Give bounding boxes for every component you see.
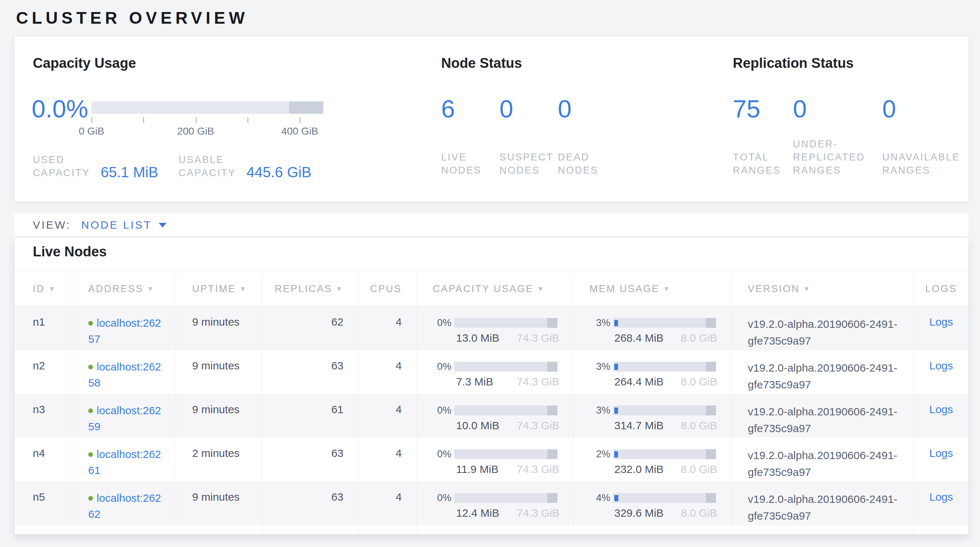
logs-link[interactable]: Logs [929,447,953,459]
under-replicated-ranges-count: 0 [793,95,882,122]
live-nodes-table: ID▼ADDRESS▼UPTIME▼REPLICAS▼CPUSCAPACITY … [14,272,968,534]
view-dropdown[interactable]: NODE LIST [81,219,166,231]
column-header-capacity-usage[interactable]: CAPACITY USAGE▼ [416,272,573,306]
node-replicas-cell: 61 [262,394,358,437]
node-cpus-cell: 4 [358,306,416,350]
memory-gauge-bar [613,318,716,328]
node-logs-cell: Logs [914,481,968,525]
gauge-percent-label: 2% [573,448,613,460]
column-header-address[interactable]: ADDRESS▼ [72,272,176,306]
node-version-cell: v19.2.0-alpha.20190606-2491-gfe735c9a97 [731,350,914,394]
node-address-cell: localhost:26258 [72,350,176,394]
table-row-n5: n5localhost:262629 minutes6340%12.4 MiB7… [14,481,968,525]
gauge-used-value: 268.4 MiB [614,332,663,344]
node-uptime-cell: 9 minutes [176,350,262,394]
live-status-dot-icon [88,452,93,457]
gauge-reserved-segment [547,405,557,415]
node-logs-cell: Logs [914,350,968,394]
capacity-usage-bar [92,102,323,114]
capacity-gauge-bar [454,449,557,459]
replication-status-stats: 75 TOTAL RANGES 0 UNDER- REPLICATED RANG… [733,95,980,177]
chevron-down-icon [159,223,167,227]
total-ranges-count: 75 [733,95,793,122]
total-ranges-stat: 75 TOTAL RANGES [733,95,793,177]
gauge-reserved-segment [706,405,716,415]
column-header-id[interactable]: ID▼ [14,272,72,306]
logs-link[interactable]: Logs [929,491,953,503]
gauge-percent-label: 4% [573,492,613,504]
total-ranges-label: TOTAL RANGES [733,151,793,177]
gauge-total-value: 74.3 GiB [517,507,559,519]
table-header-row: ID▼ADDRESS▼UPTIME▼REPLICAS▼CPUSCAPACITY … [14,272,968,306]
under-replicated-ranges-label: UNDER- REPLICATED RANGES [793,137,882,177]
sort-caret-icon: ▼ [240,285,247,293]
live-nodes-stat: 6 LIVE NODES [441,95,500,177]
mem-usage-cell: 3%268.4 MiB8.0 GiB [573,306,731,350]
column-header-replicas[interactable]: REPLICAS▼ [262,272,358,306]
capacity-usage-cell: 0%13.0 MiB74.3 GiB [416,306,573,350]
gauge-percent-label: 0% [417,405,454,416]
node-address-link[interactable]: localhost:26262 [88,492,161,520]
column-header-label: REPLICAS [275,283,332,295]
gauge-used-value: 13.0 MiB [456,332,499,344]
node-logs-cell: Logs [914,437,968,481]
gauge-percent-label: 0% [417,317,454,329]
live-nodes-label: LIVE NODES [441,151,500,177]
view-selector-bar: VIEW: NODE LIST [14,213,968,237]
logs-link[interactable]: Logs [929,359,953,372]
gauge-reserved-segment [706,318,716,328]
logs-link[interactable]: Logs [929,316,953,328]
used-capacity-stat: USED CAPACITY 65.1 MiB [33,153,179,180]
gauge-percent-label: 3% [573,361,613,372]
column-header-label: CPUS [370,283,402,295]
gauge-reserved-segment [547,318,557,328]
gauge-used-value: 232.0 MiB [614,463,663,475]
column-header-label: ID [33,283,45,295]
suspect-nodes-label: SUSPECT NODES [500,151,558,177]
used-capacity-label: USED CAPACITY [33,153,100,180]
column-header-label: LOGS [925,283,957,295]
node-address-link[interactable]: localhost:26257 [88,317,161,345]
gauge-used-value: 329.6 MiB [614,507,663,519]
sort-caret-icon: ▼ [48,285,56,293]
gauge-used-value: 264.4 MiB [614,375,663,388]
gauge-reserved-segment [547,493,557,503]
memory-gauge-bar [613,405,716,415]
node-version-cell: v19.2.0-alpha.20190606-2491-gfe735c9a97 [731,394,914,437]
gauge-used-value: 314.7 MiB [614,419,663,432]
column-header-uptime[interactable]: UPTIME▼ [176,272,262,306]
column-header-label: MEM USAGE [590,283,660,295]
node-address-link[interactable]: localhost:26259 [88,404,161,433]
node-address-cell: localhost:26257 [72,306,176,350]
capacity-usage-cell: 0%11.9 MiB74.3 GiB [416,437,573,481]
used-capacity-value: 65.1 MiB [100,164,158,181]
logs-link[interactable]: Logs [929,403,953,415]
column-header-label: ADDRESS [88,283,144,295]
column-header-mem-usage[interactable]: MEM USAGE▼ [573,272,731,306]
gauge-reserved-segment [706,449,716,459]
capacity-gauge-bar [454,405,557,415]
column-header-version[interactable]: VERSION▼ [731,272,914,306]
gauge-reserved-segment [547,449,557,459]
gauge-used-segment [614,407,618,413]
tick-label-400: 400 GiB [282,126,318,137]
node-id-cell: n4 [14,437,72,481]
view-dropdown-value[interactable]: NODE LIST [81,219,152,231]
table-body: n1localhost:262579 minutes6240%13.0 MiB7… [14,306,968,534]
table-row-n2: n2localhost:262589 minutes6340%7.3 MiB74… [14,350,968,394]
empty-cell [176,525,262,534]
table-row-n1: n1localhost:262579 minutes6240%13.0 MiB7… [14,306,968,350]
node-id-cell: n2 [14,350,72,394]
node-address-link[interactable]: localhost:26261 [88,448,161,476]
live-nodes-card: Live Nodes ID▼ADDRESS▼UPTIME▼REPLICAS▼CP… [14,237,968,534]
live-nodes-count: 6 [441,95,500,122]
node-version-cell: v19.2.0-alpha.20190606-2491-gfe735c9a97 [731,306,914,350]
gauge-reserved-segment [706,493,716,503]
node-uptime-cell: 2 minutes [176,437,262,481]
capacity-percent-value: 0.0% [32,94,88,123]
node-address-link[interactable]: localhost:26258 [88,361,161,389]
gauge-total-value: 8.0 GiB [681,463,717,475]
unavailable-ranges-count: 0 [882,95,980,122]
sort-caret-icon: ▼ [147,285,155,293]
empty-cell [358,525,416,534]
